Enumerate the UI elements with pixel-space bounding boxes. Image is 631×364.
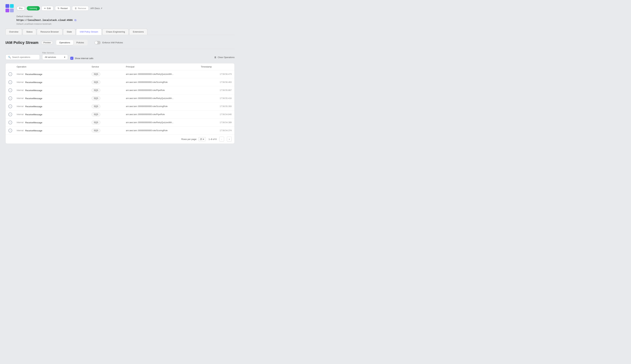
show-internal-row: ✓ Show internal calls <box>70 57 93 60</box>
sub-tab-operations[interactable]: Operations <box>56 40 73 45</box>
copy-icon: ⧉ <box>74 19 76 22</box>
table-row[interactable]: ✓ Internal ReceiveMessage SQS arn:aws:ia… <box>6 86 234 94</box>
row-type: Internal <box>17 113 24 116</box>
copy-url-button[interactable]: ⧉ <box>74 19 76 22</box>
prev-page-button[interactable]: ‹ <box>219 137 224 142</box>
row-service-cell: SQS <box>92 104 126 108</box>
row-type: Internal <box>17 89 24 92</box>
row-timestamp-cell: 17:56:55.393 <box>201 105 232 108</box>
row-principal-cell: arn:aws:iam::000000000000:role/ScoringRo… <box>126 105 201 108</box>
pencil-icon: ✏ <box>44 7 46 10</box>
table-row[interactable]: ✓ Internal ReceiveMessage SQS arn:aws:ia… <box>6 126 234 134</box>
running-badge: running <box>27 6 40 10</box>
row-principal-cell: arn:aws:iam::000000000000:role/RetryQuiz… <box>126 73 201 75</box>
row-check-icon: ✓ <box>9 88 17 92</box>
svg-rect-1 <box>10 4 14 8</box>
remove-button[interactable]: 🗑 Remove <box>72 6 89 10</box>
table-row[interactable]: ✓ Internal ReceiveMessage SQS arn:aws:ia… <box>6 70 234 78</box>
filter-services-select[interactable]: All services ▾ <box>42 54 68 60</box>
row-operation-cell: Internal ReceiveMessage <box>17 129 92 132</box>
row-service-cell: SQS <box>92 96 126 100</box>
row-principal-cell: arn:aws:iam::000000000000:role/ScoringRo… <box>126 129 201 132</box>
table-header: Operation Service Principal Timestamp <box>6 64 234 70</box>
row-operation-name: ReceiveMessage <box>25 97 42 100</box>
row-operation-cell: Internal ReceiveMessage <box>17 81 92 84</box>
enforce-iam-label: Enforce IAM Policies <box>102 41 123 44</box>
page-info: 1–8 of 8 <box>208 138 217 140</box>
row-check-icon: ✓ <box>9 112 17 116</box>
tab-status[interactable]: Status <box>23 28 36 35</box>
filter-services-label: Filter Services <box>42 52 68 54</box>
row-operation-name: ReceiveMessage <box>25 105 42 108</box>
trash-icon: 🗑 <box>75 7 77 10</box>
row-check-icon: ✓ <box>9 104 17 108</box>
pro-badge: Pro <box>17 6 25 10</box>
divider <box>6 49 235 49</box>
operations-table: Operation Service Principal Timestamp ✓ … <box>6 63 235 144</box>
row-operation-name: ReceiveMessage <box>25 121 42 124</box>
edit-button[interactable]: ✏ Edit <box>42 6 53 10</box>
search-box[interactable]: 🔍 <box>6 54 40 60</box>
next-page-button[interactable]: › <box>227 137 232 142</box>
table-row[interactable]: ✓ Internal ReceiveMessage SQS arn:aws:ia… <box>6 118 234 126</box>
row-operation-name: ReceiveMessage <box>25 81 42 84</box>
tab-extensions[interactable]: Extensions <box>129 28 147 35</box>
row-service-badge: SQS <box>92 88 100 92</box>
row-principal-cell: arn:aws:iam::000000000000:role/RetryQuiz… <box>126 121 201 124</box>
tab-iam-policy-stream[interactable]: IAM Policy Stream <box>76 28 102 35</box>
pagination-row: Rows per page: 25 ▾ 1–8 of 8 ‹ › <box>6 134 234 144</box>
row-timestamp-cell: 17:56:56.473 <box>201 73 232 75</box>
table-row[interactable]: ✓ Internal ReceiveMessage SQS arn:aws:ia… <box>6 110 234 118</box>
api-docs-button[interactable]: API Docs ↗ <box>90 7 102 10</box>
row-timestamp-cell: 17:56:54.389 <box>201 121 232 124</box>
row-type: Internal <box>17 81 24 84</box>
sub-tab-policies[interactable]: Policies <box>73 40 87 45</box>
row-principal-cell: arn:aws:iam::000000000000:role/RetryQuiz… <box>126 97 201 100</box>
search-icon: 🔍 <box>8 56 11 58</box>
svg-rect-2 <box>6 8 9 12</box>
external-link-icon: ↗ <box>101 7 102 10</box>
tab-overview[interactable]: Overview <box>6 28 22 35</box>
row-service-badge: SQS <box>92 72 100 76</box>
table-body: ✓ Internal ReceiveMessage SQS arn:aws:ia… <box>6 70 234 134</box>
row-check-icon: ✓ <box>9 129 17 132</box>
table-row[interactable]: ✓ Internal ReceiveMessage SQS arn:aws:ia… <box>6 78 234 86</box>
col-header-operation: Operation <box>17 66 92 68</box>
instance-label: Default Instance <box>17 15 235 18</box>
row-service-cell: SQS <box>92 72 126 76</box>
chevron-down-icon: ▾ <box>64 56 65 58</box>
row-service-cell: SQS <box>92 112 126 116</box>
table-row[interactable]: ✓ Internal ReceiveMessage SQS arn:aws:ia… <box>6 102 234 110</box>
tab-resource-browser[interactable]: Resource Browser <box>37 28 62 35</box>
row-operation-cell: Internal ReceiveMessage <box>17 73 92 76</box>
row-check-icon: ✓ <box>9 80 17 84</box>
row-operation-name: ReceiveMessage <box>25 73 42 76</box>
restart-button[interactable]: ↻ Restart <box>55 6 70 10</box>
tab-chaos-engineering[interactable]: Chaos Engineering <box>102 28 129 35</box>
col-header-timestamp: Timestamp <box>201 66 232 68</box>
search-input[interactable] <box>12 56 37 58</box>
show-internal-checkbox[interactable]: ✓ <box>70 57 73 60</box>
row-operation-cell: Internal ReceiveMessage <box>17 121 92 124</box>
row-service-badge: SQS <box>92 120 100 124</box>
col-header-service: Service <box>92 66 126 68</box>
row-principal-cell: arn:aws:iam::000000000000:role/PipeRole <box>126 89 201 92</box>
row-check-icon: ✓ <box>9 96 17 100</box>
instance-url: https://localhost.localstack.cloud:4566 <box>17 19 73 22</box>
row-principal-cell: arn:aws:iam::000000000000:role/ScoringRo… <box>126 81 201 84</box>
clear-operations-button[interactable]: 🗑 Clear Operations <box>214 55 235 60</box>
app-logo <box>6 4 14 12</box>
table-row[interactable]: ✓ Internal ReceiveMessage SQS arn:aws:ia… <box>6 94 234 102</box>
row-check-icon: ✓ <box>9 120 17 124</box>
rows-per-page: Rows per page: 25 ▾ <box>181 137 206 141</box>
row-type: Internal <box>17 129 24 132</box>
col-header-check <box>9 66 17 68</box>
tab-state[interactable]: State <box>63 28 76 35</box>
row-principal-cell: arn:aws:iam::000000000000:role/PipeRole <box>126 113 201 116</box>
row-operation-name: ReceiveMessage <box>25 89 42 92</box>
main-tabs: Overview Status Resource Browser State I… <box>6 28 235 35</box>
row-timestamp-cell: 17:56:55.867 <box>201 89 232 92</box>
rows-per-page-select[interactable]: 25 ▾ <box>198 137 206 141</box>
enforce-iam-toggle[interactable] <box>95 41 101 44</box>
row-type: Internal <box>17 97 24 100</box>
